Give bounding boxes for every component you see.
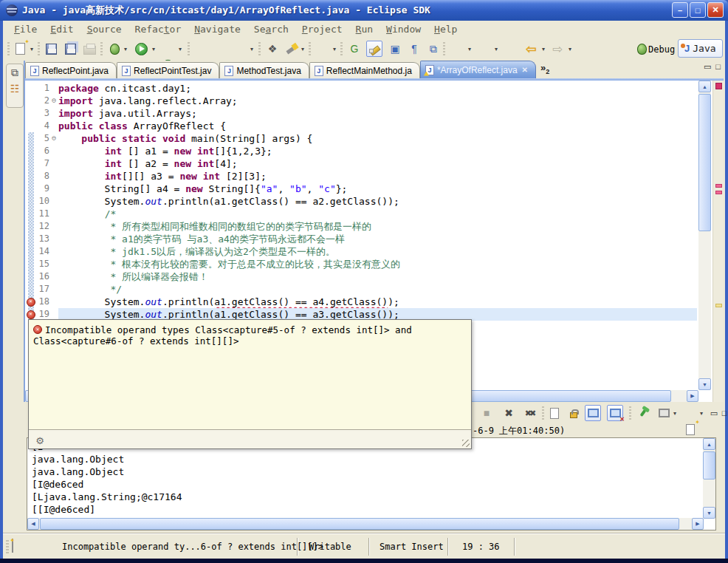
- menu-refactor[interactable]: Refactor: [128, 22, 188, 36]
- gutter[interactable]: [25, 145, 36, 157]
- editor-tab-reflectpointjava[interactable]: JReflectPoint.java: [25, 62, 117, 78]
- debug-perspective-label[interactable]: Debug: [648, 44, 675, 55]
- window-minimize-button[interactable]: –: [672, 2, 688, 18]
- overview-occurrence-mark[interactable]: [715, 304, 722, 307]
- toolbar-grip[interactable]: [542, 406, 544, 420]
- scroll-down-icon[interactable]: ▼: [703, 507, 715, 519]
- back-button[interactable]: ⇦: [523, 41, 539, 57]
- code-text[interactable]: int[][] a3 = new int [2][3];: [58, 170, 697, 182]
- forward-dropdown-icon[interactable]: ▾: [566, 41, 574, 57]
- show-stderr-button[interactable]: ✕: [607, 405, 623, 421]
- code-line-7[interactable]: 7 int [] a2 = new int[4];: [25, 157, 697, 170]
- menu-edit[interactable]: Edit: [44, 22, 80, 36]
- scroll-lock-button[interactable]: [566, 405, 582, 421]
- code-text[interactable]: System.out.println(a1.getClass() == a2.g…: [58, 195, 697, 208]
- back-dropdown-icon[interactable]: ▾: [539, 41, 548, 57]
- toolbar-grip[interactable]: [629, 406, 631, 420]
- externalize-strings-button[interactable]: G: [346, 41, 363, 57]
- error-gutter-icon[interactable]: ✕: [25, 296, 36, 308]
- pin-console-button[interactable]: [635, 405, 651, 421]
- overview-ruler[interactable]: [712, 81, 724, 402]
- code-line-13[interactable]: 13 * a1的类字节码 与a3、a4的类字节码永远都不会一样: [25, 233, 697, 245]
- toolbar-grip[interactable]: [188, 42, 190, 55]
- save-all-button[interactable]: [62, 41, 78, 57]
- code-text[interactable]: int [] a1 = new int[]{1,2,3};: [58, 145, 697, 157]
- code-text[interactable]: import java.util.Arrays;: [58, 107, 697, 120]
- menu-help[interactable]: Help: [427, 22, 464, 36]
- link-with-editor-button[interactable]: ⧉: [425, 41, 442, 57]
- console-view[interactable]: [Ijava.lang.Objectjava.lang.Object[I@de6…: [27, 437, 716, 530]
- code-line-18[interactable]: ✕18 System.out.println(a1.getClass() == …: [25, 296, 697, 308]
- open-element-dropdown-icon[interactable]: ▾: [330, 41, 339, 57]
- code-line-4[interactable]: 4public class ArrayOfReflect {: [25, 120, 697, 132]
- code-text[interactable]: * 所有类型相同和维数相同的数组它的的类字节码都是一样的: [58, 220, 697, 233]
- resize-grip[interactable]: [462, 440, 470, 447]
- code-line-16[interactable]: 16 * 所以编译器会报错！: [25, 270, 697, 283]
- print-button[interactable]: [81, 41, 97, 57]
- gutter[interactable]: [25, 258, 36, 270]
- code-line-11[interactable]: 11 /*: [25, 208, 697, 220]
- overview-error-mark[interactable]: [715, 191, 722, 194]
- java-perspective-button[interactable]: J Java: [678, 39, 723, 58]
- scroll-up-icon[interactable]: ▲: [703, 438, 715, 450]
- run-button[interactable]: [133, 41, 149, 57]
- gutter[interactable]: [25, 283, 36, 296]
- new-wizard-dropdown-icon[interactable]: ▾: [27, 41, 36, 57]
- code-text[interactable]: public static void main(String[] args) {: [58, 132, 697, 145]
- next-annotation-dropdown-icon[interactable]: ▾: [465, 41, 474, 57]
- search-dropdown-icon[interactable]: ▾: [298, 41, 307, 57]
- code-text[interactable]: /*: [58, 208, 697, 220]
- code-line-5[interactable]: 5⊖ public static void main(String[] args…: [25, 132, 697, 145]
- code-text[interactable]: String[] a4 = new String[]{"a", "b", "c"…: [58, 182, 697, 195]
- remove-all-launches-button[interactable]: ✖✖: [521, 405, 538, 421]
- terminate-button[interactable]: ■: [478, 405, 495, 421]
- gutter[interactable]: [25, 157, 36, 170]
- fold-collapse-icon[interactable]: ⊖: [49, 132, 58, 145]
- open-console-button[interactable]: ✦: [682, 421, 698, 437]
- debug-button[interactable]: [106, 41, 123, 57]
- code-text[interactable]: int [] a2 = new int[4];: [58, 157, 697, 170]
- console-hscroll-thumb[interactable]: [40, 518, 679, 530]
- show-whitespace-button[interactable]: ¶: [406, 41, 422, 57]
- outline-view-button[interactable]: ☷: [7, 81, 23, 97]
- maximize-part-icon[interactable]: □: [716, 405, 728, 421]
- scroll-left-icon[interactable]: ◀: [27, 518, 39, 530]
- show-source-button[interactable]: ▣: [387, 41, 403, 57]
- remove-launch-button[interactable]: ✖: [501, 405, 517, 421]
- clear-console-button[interactable]: [546, 405, 563, 421]
- console-hscrollbar[interactable]: ◀ ▶: [27, 518, 704, 530]
- console-output[interactable]: [Ijava.lang.Objectjava.lang.Object[I@de6…: [27, 438, 704, 519]
- display-console-button[interactable]: [656, 405, 672, 421]
- open-console-dropdown-icon[interactable]: ▾: [697, 405, 706, 421]
- menu-source[interactable]: Source: [80, 22, 128, 36]
- code-line-8[interactable]: 8 int[][] a3 = new int [2][3];: [25, 170, 697, 182]
- gutter[interactable]: [25, 120, 36, 132]
- search-button[interactable]: [284, 41, 300, 57]
- gutter[interactable]: [25, 233, 36, 245]
- overview-error-mark[interactable]: [715, 184, 722, 188]
- gutter[interactable]: [25, 132, 36, 145]
- editor-tab-methodtestjava[interactable]: JMethodTest.java: [219, 62, 309, 78]
- restore-view-button[interactable]: ⧉: [7, 64, 23, 81]
- code-line-12[interactable]: 12 * 所有类型相同和维数相同的数组它的的类字节码都是一样的: [25, 220, 697, 233]
- fast-view-icon[interactable]: ✦: [12, 539, 13, 553]
- gutter[interactable]: [25, 245, 36, 258]
- code-line-3[interactable]: 3import java.util.Arrays;: [25, 107, 697, 120]
- code-text[interactable]: package cn.itcast.day1;: [58, 82, 697, 95]
- run-dropdown-icon[interactable]: ▾: [149, 41, 158, 57]
- statusbar-grip[interactable]: [6, 540, 9, 553]
- menu-search[interactable]: Search: [247, 22, 295, 36]
- toolbar-grip[interactable]: [340, 42, 343, 55]
- show-stdout-button[interactable]: [585, 405, 601, 421]
- gutter[interactable]: [25, 182, 36, 195]
- toolbar-grip[interactable]: [38, 42, 40, 55]
- gutter[interactable]: [25, 170, 36, 182]
- code-line-17[interactable]: 17 */: [25, 283, 697, 296]
- gutter[interactable]: [25, 270, 36, 283]
- display-console-dropdown-icon[interactable]: ▾: [670, 405, 679, 421]
- code-text[interactable]: * 根本没有比较的需要。对于总是不成立的比较，其实是没有意义的: [58, 258, 697, 270]
- code-line-2[interactable]: 2⊖import java.lang.reflect.Array;: [25, 95, 697, 107]
- code-text[interactable]: System.out.println(a1.getClass() == a4.g…: [58, 296, 697, 308]
- code-line-14[interactable]: 14 * jdk1.5以后，编译器认为这2个类型是不一样的。: [25, 245, 697, 258]
- toolbar-grip[interactable]: [309, 42, 311, 55]
